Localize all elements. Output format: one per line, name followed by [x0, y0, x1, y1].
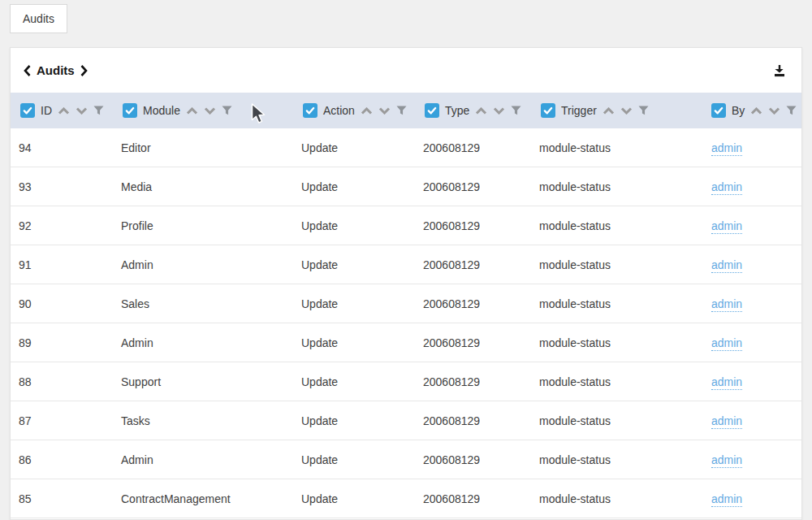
filter-icon[interactable]: [511, 106, 521, 115]
cell-by: admin: [702, 258, 801, 271]
table-row: 91 Admin Update 200608129 module-status …: [11, 245, 801, 284]
tab-label: Audits: [23, 12, 54, 25]
cell-module: Editor: [113, 141, 293, 154]
by-link[interactable]: admin: [711, 297, 742, 312]
cell-by: admin: [702, 141, 801, 154]
cell-trigger: module-status: [531, 141, 702, 154]
cell-id: 86: [11, 453, 113, 466]
download-icon[interactable]: [772, 63, 787, 78]
sort-desc-icon[interactable]: [204, 107, 216, 115]
checkbox-checked-icon[interactable]: [711, 103, 726, 118]
by-link[interactable]: admin: [711, 336, 742, 351]
cell-action: Update: [293, 141, 415, 154]
cell-module: Tasks: [113, 414, 293, 427]
checkbox-checked-icon[interactable]: [541, 103, 555, 118]
cell-trigger: module-status: [531, 336, 702, 349]
cell-id: 90: [11, 297, 113, 310]
table-row: 93 Media Update 200608129 module-status …: [11, 167, 801, 206]
cell-trigger: module-status: [531, 258, 702, 271]
cell-id: 88: [11, 375, 113, 388]
cell-module: Profile: [113, 219, 293, 232]
audits-card: Audits ID: [10, 47, 802, 520]
cell-by: admin: [702, 180, 801, 193]
cell-action: Update: [293, 180, 415, 193]
sort-desc-icon[interactable]: [493, 107, 505, 115]
cell-module: Media: [113, 180, 293, 193]
cell-trigger: module-status: [531, 453, 702, 466]
cell-module: ContractManagement: [113, 492, 293, 505]
filter-icon[interactable]: [396, 106, 407, 115]
by-link[interactable]: admin: [711, 258, 742, 273]
cell-action: Update: [293, 414, 415, 427]
cell-id: 92: [11, 219, 113, 232]
by-link[interactable]: admin: [711, 219, 742, 234]
cell-id: 85: [11, 492, 113, 505]
column-header-action: Action: [293, 103, 415, 118]
cell-id: 93: [11, 180, 113, 193]
by-link[interactable]: admin: [711, 141, 742, 156]
table-row: 86 Admin Update 200608129 module-status …: [11, 440, 801, 479]
page-title: Audits: [37, 63, 75, 77]
chevron-left-icon[interactable]: [24, 65, 31, 76]
by-link[interactable]: admin: [711, 453, 742, 468]
table-row: 87 Tasks Update 200608129 module-status …: [11, 401, 801, 440]
cell-type: 200608129: [415, 375, 531, 388]
table-row: 89 Admin Update 200608129 module-status …: [11, 323, 801, 362]
filter-icon[interactable]: [222, 106, 232, 115]
cell-type: 200608129: [415, 258, 531, 271]
by-link[interactable]: admin: [711, 180, 742, 195]
cell-type: 200608129: [415, 297, 531, 310]
cell-type: 200608129: [415, 492, 531, 505]
by-link[interactable]: admin: [711, 492, 742, 507]
cell-by: admin: [702, 336, 801, 349]
cell-action: Update: [293, 258, 415, 271]
cell-id: 89: [11, 336, 113, 349]
cell-type: 200608129: [415, 336, 531, 349]
cell-action: Update: [293, 375, 415, 388]
sort-asc-icon[interactable]: [361, 107, 373, 115]
checkbox-checked-icon[interactable]: [303, 103, 317, 118]
sort-asc-icon[interactable]: [475, 107, 487, 115]
sort-desc-icon[interactable]: [378, 107, 391, 115]
cell-by: admin: [702, 453, 801, 466]
cell-module: Admin: [113, 336, 293, 349]
filter-icon[interactable]: [638, 106, 649, 115]
column-label: Type: [445, 104, 469, 117]
cell-trigger: module-status: [531, 219, 702, 232]
tab-audits[interactable]: Audits: [10, 4, 67, 33]
column-label: Action: [323, 104, 355, 117]
sort-asc-icon[interactable]: [603, 107, 615, 115]
table-row: 94 Editor Update 200608129 module-status…: [11, 128, 801, 167]
cell-trigger: module-status: [531, 297, 702, 310]
checkbox-checked-icon[interactable]: [20, 103, 35, 118]
table-header-row: ID Module Action: [11, 93, 801, 128]
checkbox-checked-icon[interactable]: [425, 103, 439, 118]
cell-action: Update: [293, 453, 415, 466]
filter-icon[interactable]: [93, 106, 104, 115]
filter-icon[interactable]: [786, 106, 797, 115]
sort-desc-icon[interactable]: [620, 107, 633, 115]
checkbox-checked-icon[interactable]: [123, 103, 137, 118]
cell-type: 200608129: [415, 414, 531, 427]
by-link[interactable]: admin: [711, 414, 742, 429]
sort-desc-icon[interactable]: [768, 107, 780, 115]
sort-asc-icon[interactable]: [750, 107, 762, 115]
cell-type: 200608129: [415, 180, 531, 193]
cell-action: Update: [293, 297, 415, 310]
cell-action: Update: [293, 492, 415, 505]
cell-type: 200608129: [415, 219, 531, 232]
chevron-right-icon[interactable]: [80, 65, 88, 76]
cell-id: 91: [11, 258, 113, 271]
sort-desc-icon[interactable]: [76, 107, 88, 115]
table-body: 94 Editor Update 200608129 module-status…: [11, 128, 801, 518]
table-row: 90 Sales Update 200608129 module-status …: [11, 284, 801, 323]
table-row: 92 Profile Update 200608129 module-statu…: [11, 206, 801, 245]
sort-asc-icon[interactable]: [186, 107, 198, 115]
cell-type: 200608129: [415, 141, 531, 154]
cell-id: 94: [11, 141, 113, 154]
cell-module: Admin: [113, 453, 293, 466]
cell-trigger: module-status: [531, 414, 702, 427]
sort-asc-icon[interactable]: [58, 107, 70, 115]
by-link[interactable]: admin: [711, 375, 742, 390]
cell-by: admin: [702, 219, 801, 232]
